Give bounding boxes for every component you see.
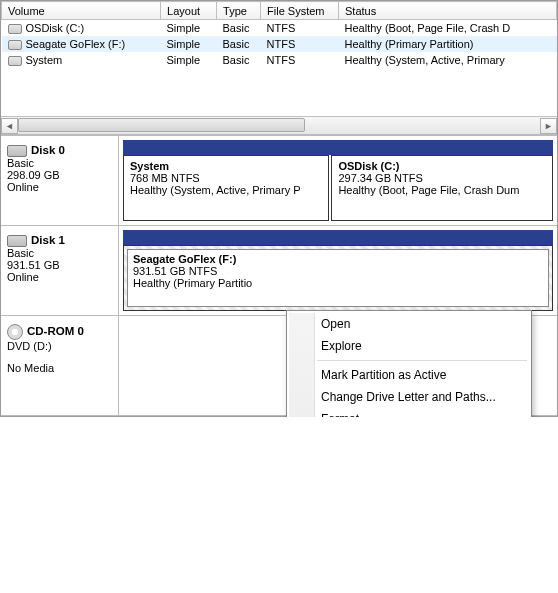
- partition-size: 768 MB NTFS: [130, 172, 322, 184]
- volume-fs: NTFS: [261, 52, 339, 68]
- cdrom-icon: [7, 324, 23, 340]
- disk0-type: Basic: [7, 157, 112, 169]
- horizontal-scrollbar[interactable]: ◄ ►: [1, 116, 557, 134]
- volume-name: OSDisk (C:): [26, 22, 85, 34]
- partition-system[interactable]: System 768 MB NTFS Healthy (System, Acti…: [123, 155, 329, 221]
- cdrom-media: No Media: [7, 362, 112, 374]
- scroll-track[interactable]: [18, 118, 540, 134]
- volume-list: Volume Layout Type File System Status OS…: [1, 1, 557, 116]
- col-status[interactable]: Status: [339, 2, 557, 20]
- partition-name: Seagate GoFlex (F:): [133, 253, 543, 265]
- disk0-title: Disk 0: [31, 144, 65, 156]
- volume-row[interactable]: Seagate GoFlex (F:)SimpleBasicNTFSHealth…: [2, 36, 557, 52]
- partition-health: Healthy (Boot, Page File, Crash Dum: [338, 184, 546, 196]
- disk-icon: [7, 145, 27, 157]
- cdrom-info[interactable]: CD-ROM 0 DVD (D:) No Media: [1, 316, 119, 415]
- scroll-thumb[interactable]: [18, 118, 305, 132]
- disk1-title: Disk 1: [31, 234, 65, 246]
- volume-name: Seagate GoFlex (F:): [26, 38, 126, 50]
- volume-fs: NTFS: [261, 36, 339, 52]
- volume-status: Healthy (System, Active, Primary: [339, 52, 557, 68]
- menu-mark-active[interactable]: Mark Partition as Active: [287, 364, 531, 386]
- volume-icon: [8, 56, 22, 66]
- volume-icon: [8, 40, 22, 50]
- volume-icon: [8, 24, 22, 34]
- volume-name: System: [26, 54, 63, 66]
- disk1-status: Online: [7, 271, 112, 283]
- partition-health: Healthy (Primary Partitio: [133, 277, 543, 289]
- scroll-left-icon[interactable]: ◄: [1, 118, 18, 134]
- disk0-status: Online: [7, 181, 112, 193]
- disk1-info[interactable]: Disk 1 Basic 931.51 GB Online: [1, 226, 119, 315]
- disk-row-0: Disk 0 Basic 298.09 GB Online System 768…: [1, 136, 557, 226]
- disk1-type: Basic: [7, 247, 112, 259]
- volume-header-row: Volume Layout Type File System Status: [2, 2, 557, 20]
- menu-format[interactable]: Format...: [287, 408, 531, 417]
- scroll-right-icon[interactable]: ►: [540, 118, 557, 134]
- partition-seagate[interactable]: Seagate GoFlex (F:) 931.51 GB NTFS Healt…: [123, 245, 553, 311]
- disk0-info[interactable]: Disk 0 Basic 298.09 GB Online: [1, 136, 119, 225]
- menu-separator: [317, 360, 527, 361]
- menu-open[interactable]: Open: [287, 313, 531, 335]
- col-layout[interactable]: Layout: [161, 2, 217, 20]
- disk1-size: 931.51 GB: [7, 259, 112, 271]
- volume-type: Basic: [217, 52, 261, 68]
- col-filesystem[interactable]: File System: [261, 2, 339, 20]
- menu-change-drive-letter[interactable]: Change Drive Letter and Paths...: [287, 386, 531, 408]
- volume-layout: Simple: [161, 36, 217, 52]
- disk0-size: 298.09 GB: [7, 169, 112, 181]
- volume-status: Healthy (Primary Partition): [339, 36, 557, 52]
- partition-health: Healthy (System, Active, Primary P: [130, 184, 322, 196]
- col-volume[interactable]: Volume: [2, 2, 161, 20]
- partition-size: 297.34 GB NTFS: [338, 172, 546, 184]
- volume-fs: NTFS: [261, 20, 339, 37]
- volume-type: Basic: [217, 20, 261, 37]
- partition-name: System: [130, 160, 322, 172]
- context-menu: Open Explore Mark Partition as Active Ch…: [286, 310, 532, 417]
- volume-layout: Simple: [161, 20, 217, 37]
- disk-icon: [7, 235, 27, 247]
- partition-osdisk[interactable]: OSDisk (C:) 297.34 GB NTFS Healthy (Boot…: [331, 155, 553, 221]
- volume-row[interactable]: OSDisk (C:)SimpleBasicNTFSHealthy (Boot,…: [2, 20, 557, 37]
- partition-name: OSDisk (C:): [338, 160, 546, 172]
- volume-type: Basic: [217, 36, 261, 52]
- partition-size: 931.51 GB NTFS: [133, 265, 543, 277]
- volume-status: Healthy (Boot, Page File, Crash D: [339, 20, 557, 37]
- menu-explore[interactable]: Explore: [287, 335, 531, 357]
- disk0-header-bar: [123, 140, 553, 155]
- volume-layout: Simple: [161, 52, 217, 68]
- volume-row[interactable]: SystemSimpleBasicNTFSHealthy (System, Ac…: [2, 52, 557, 68]
- cdrom-title: CD-ROM 0: [27, 325, 84, 337]
- disk1-header-bar: [123, 230, 553, 245]
- disk-row-1: Disk 1 Basic 931.51 GB Online Seagate Go…: [1, 226, 557, 316]
- col-type[interactable]: Type: [217, 2, 261, 20]
- cdrom-drive: DVD (D:): [7, 340, 112, 352]
